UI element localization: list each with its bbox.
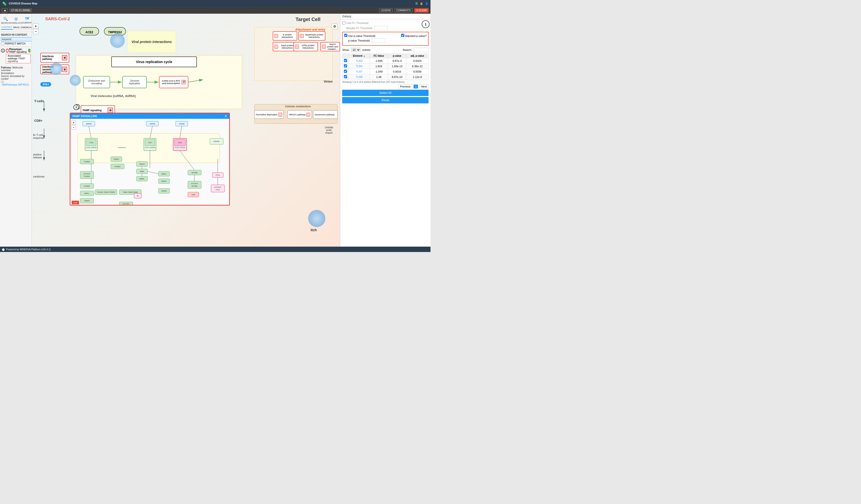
step3-circle: 3: [73, 104, 79, 110]
adjusted-pvalue-checkbox[interactable]: [401, 34, 404, 37]
row-element[interactable]: TLR7: [349, 69, 370, 74]
search-input[interactable]: [1, 37, 35, 41]
prev-btn[interactable]: Previous: [398, 84, 412, 89]
next-btn[interactable]: Next: [420, 84, 428, 89]
row-pval: 8.87e-10: [388, 74, 406, 80]
table-search-input[interactable]: TLR: [414, 48, 428, 52]
row-checkbox-cell[interactable]: [342, 58, 349, 64]
search-section: SEARCH IN CONTENT: 🔍 ? PERFECT MATCH: [0, 32, 31, 47]
sidebar-overlays-btn[interactable]: ⊞ OVERLAYS: [10, 17, 22, 24]
row-fc: 1.824: [370, 64, 388, 69]
svg-text:TLR8: TLR8: [178, 142, 182, 143]
nsp14-box[interactable]: Nsp14 protein and metabol...: [320, 42, 340, 51]
attachment-title: Attachment and entry: [295, 28, 325, 31]
select-all-btn[interactable]: Select All: [342, 90, 428, 96]
nsp9-icon: [274, 45, 278, 48]
pyrimidine-icon: [278, 113, 282, 116]
row-checkbox[interactable]: [344, 59, 347, 62]
lock-btn[interactable]: 🔒: [420, 2, 423, 5]
row-checkbox[interactable]: [344, 75, 347, 78]
map-area[interactable]: SARS-CoV-2 Target Cell + − ⚙ Attachment …: [32, 14, 340, 247]
svg-text:TRAF6: TRAF6: [161, 190, 167, 192]
fc-value-input[interactable]: 1.00: [374, 26, 388, 30]
e-protein-label: E protein interactions: [279, 33, 296, 38]
pvalue-input[interactable]: 0.05: [372, 38, 385, 43]
topbar: 🦠 COVID19 Disease Map ☰ 🔒 👤: [0, 0, 430, 7]
row-checkbox-cell[interactable]: [342, 74, 349, 80]
svg-rect-52: [80, 171, 94, 179]
row-checkbox[interactable]: [344, 70, 347, 73]
perfect-match-checkbox[interactable]: [1, 42, 4, 45]
th-pval[interactable]: p-value: [388, 54, 406, 58]
kynurenine-box[interactable]: Kynurenine pathway: [313, 110, 338, 119]
wiki-link[interactable]: WikiPathways (WP4912): [1, 83, 30, 86]
th-adj-pval[interactable]: adj. p-value: [406, 54, 428, 58]
ace2-box[interactable]: ACE2: [80, 27, 99, 36]
sidebar-search-btn[interactable]: 🔍 SEARCH: [1, 17, 10, 24]
virus-replication-box[interactable]: Virus replication cycle: [111, 56, 197, 67]
clear-btn[interactable]: ✕ CLEAR: [414, 8, 428, 13]
endosome-box[interactable]: Endosome and uncoating: [83, 76, 110, 88]
sidebar-submaps-btn[interactable]: 🗺 SUBMAPS: [22, 17, 32, 24]
sars-rtc-box[interactable]: SARS-CoV-2 RTC and transcription ⚙: [159, 76, 188, 88]
zoom-out-btn[interactable]: −: [33, 29, 38, 34]
row-element[interactable]: TLR8: [349, 74, 370, 80]
use-fc-label[interactable]: Use FC Threshold:: [342, 21, 369, 25]
interferon-pathway-box[interactable]: Interferon pathway ⚙: [40, 53, 69, 62]
comments-btn[interactable]: COMMENTS: [395, 8, 412, 13]
interferon-pathway-label: Interferon pathway: [42, 55, 61, 60]
show-entries-select[interactable]: 10: [351, 48, 360, 52]
pyrimidine-box[interactable]: Pyrimidine deprivation: [255, 110, 284, 119]
e-protein-box[interactable]: E protein interactions: [273, 31, 297, 41]
pamp-zoom-in[interactable]: +: [71, 120, 76, 125]
perfect-match-label: PERFECT MATCH: [5, 42, 25, 45]
use-pvalue-checkbox[interactable]: [344, 34, 347, 37]
entries-label: entries: [363, 48, 371, 51]
row-pval: 1.60e-13: [388, 64, 406, 69]
virus-decoration-2: [50, 62, 63, 75]
legend-btn[interactable]: LEGEND: [379, 8, 393, 13]
row-element[interactable]: TLR4: [349, 64, 370, 69]
table-body: TLR3 -1.845 9.87e-4 0.0024 TLR4 1.824 1.…: [342, 58, 428, 80]
use-pvalue-label[interactable]: Use p-value Threshold:: [344, 34, 376, 38]
page-1-btn[interactable]: 1: [414, 85, 418, 88]
back-btn[interactable]: ◀: [2, 8, 7, 13]
adjusted-pvalue-label[interactable]: Adjusted p-value?: [401, 34, 427, 38]
row-checkbox-cell[interactable]: [342, 64, 349, 69]
orf3a-box[interactable]: Orf3a protein interactions: [293, 42, 318, 51]
pvalue-input-row: p-value Threshold: 0.05: [344, 38, 427, 43]
hmox1-box[interactable]: HMOX1 pathway: [287, 110, 312, 119]
tab-chemical[interactable]: CHEMICAL: [20, 25, 32, 30]
user-btn[interactable]: 👤: [425, 2, 428, 5]
reset-btn[interactable]: Reset: [342, 97, 428, 103]
pamp-zoom-out[interactable]: −: [71, 125, 76, 129]
tab-content[interactable]: CONTENT: [1, 25, 13, 30]
pamp-close-btn[interactable]: ✕: [224, 114, 227, 118]
svg-text:Orf9: Orf9: [192, 194, 195, 196]
hamburger-btn[interactable]: ☰: [415, 2, 418, 5]
itch-label: Itch: [311, 228, 317, 232]
svg-text:ITCH: ITCH: [216, 189, 220, 191]
zoom-in-btn[interactable]: +: [33, 24, 38, 29]
galaxy-circle: 1: [422, 20, 429, 28]
use-fc-checkbox[interactable]: [342, 21, 345, 25]
row-checkbox-cell[interactable]: [342, 69, 349, 74]
row-checkbox[interactable]: [344, 64, 347, 68]
svg-text:TRAF6: TRAF6: [113, 158, 119, 160]
tab-drug[interactable]: DRUG: [13, 25, 20, 30]
svg-text:TRAF3: TRAF3: [139, 163, 145, 165]
pamp-header: PAMP SIGNALLING ✕: [70, 113, 229, 119]
search-input-wrap: 🔍 ?: [1, 37, 30, 41]
svg-text:activated: activated: [191, 183, 198, 184]
th-fc[interactable]: FC-Value: [370, 54, 388, 58]
nsp4-icon: [300, 34, 304, 38]
phenotype-content: Phenotype: PAMP signalling: [6, 48, 27, 53]
genome-replication-box[interactable]: Genome replication: [122, 76, 147, 88]
row-element[interactable]: TLR3: [349, 58, 370, 64]
add-phenotype-btn[interactable]: +: [28, 48, 30, 53]
nsp4-box[interactable]: Nsp4/Nsp6 protein interactions: [298, 31, 325, 41]
pvalue-label: p-value Threshold:: [348, 39, 370, 42]
submaps-icon: 🗺: [25, 17, 29, 21]
th-element[interactable]: Element ▲: [349, 54, 370, 58]
pamp-diagram: dsRNA ssRNA ssRNA TLR3 TLR3::dsRNA: [70, 119, 230, 206]
